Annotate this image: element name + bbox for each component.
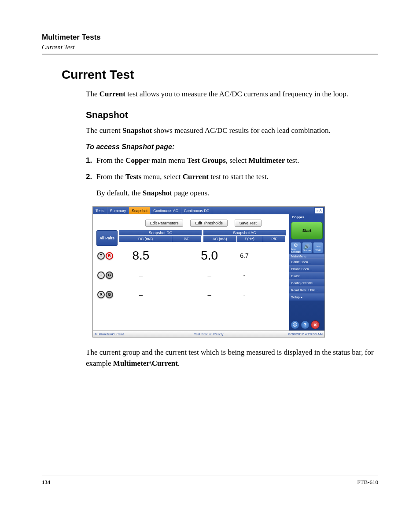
tab-continuous-ac[interactable]: Continuous AC	[151, 207, 181, 214]
access-heading: To access Snapshot page:	[86, 143, 378, 151]
f-hz-header: f (Hz)	[237, 236, 264, 242]
subsection-heading: Snapshot	[86, 110, 378, 120]
status-ready: Test Status: Ready	[171, 332, 247, 336]
side-icon-row: ⚙App. Settings 🔊Buzzer 〰TDR	[291, 242, 323, 253]
dc-value-tg: –	[118, 272, 164, 279]
help-icon: ?	[304, 323, 306, 327]
status-path: Multimeter\Current	[95, 332, 171, 336]
tab-continuous-dc[interactable]: Continuous DC	[181, 207, 213, 214]
ma-icon: mA	[315, 207, 324, 214]
app-settings-button[interactable]: ⚙App. Settings	[291, 242, 301, 253]
status-timestamp: 8/30/2012 4:28:03 AM	[247, 332, 323, 336]
table-header: All Pairs Snapshot DC DC (mA) P/F Snapsh…	[96, 230, 286, 246]
ac-value-tr: 5.0	[190, 249, 229, 263]
data-row-rg: R G – – -	[96, 285, 286, 304]
tab-tests[interactable]: Tests	[93, 207, 107, 214]
section-heading: Current Test	[62, 68, 378, 82]
menu-cable-book[interactable]: Cable Book...	[289, 258, 324, 265]
dc-ma-header: DC (mA)	[119, 236, 172, 242]
tab-bar: Tests Summary Snapshot Continuous AC Con…	[93, 207, 324, 214]
menu-config-profile[interactable]: Config / Profile...	[289, 279, 324, 286]
default-paragraph: By default, the Snapshot page opens.	[96, 188, 378, 199]
tdr-button[interactable]: 〰TDR	[313, 242, 323, 253]
close-icon: ✕	[313, 323, 317, 327]
tab-summary[interactable]: Summary	[107, 207, 129, 214]
f-value-tg: -	[229, 272, 260, 279]
help-button[interactable]: ?	[301, 320, 309, 329]
step-1: 1. From the Copper main menu Test Groups…	[86, 155, 378, 166]
ac-pf-header: P/F	[263, 236, 286, 242]
pair-tg-icon: T G	[96, 272, 118, 279]
chapter-title: Multimeter Tests	[42, 33, 378, 42]
pair-tr-icon: T R	[96, 252, 118, 260]
save-test-button[interactable]: Save Test	[235, 220, 262, 227]
menu-setup[interactable]: Setup ▸	[289, 294, 324, 301]
intro-paragraph: The Current test allows you to measure t…	[86, 89, 378, 100]
pair-rg-icon: R G	[96, 291, 118, 298]
menu-phone-book[interactable]: Phone Book...	[289, 265, 324, 272]
data-row-tg: T G – – -	[96, 265, 286, 285]
all-pairs-button[interactable]: All Pairs	[96, 230, 118, 246]
bottom-icon-row: ⓘ ? ✕	[291, 320, 323, 329]
dc-value-tr: 8.5	[118, 249, 164, 263]
main-menu-header: Main Menu	[289, 254, 324, 258]
snapshot-ac-header: Snapshot AC	[203, 230, 286, 236]
action-button-row: Edit Parameters Edit Thresholds Save Tes…	[121, 220, 286, 227]
status-bar: Multimeter\Current Test Status: Ready 8/…	[93, 330, 324, 337]
menu-read-result[interactable]: Read Result File...	[289, 286, 324, 294]
page-header: Multimeter Tests Current Test	[42, 33, 378, 55]
ac-ma-header: AC (mA)	[203, 236, 237, 242]
f-value-rg: -	[229, 291, 260, 298]
snapshot-intro: The current Snapshot shows measured AC/D…	[86, 125, 378, 136]
edit-thresholds-button[interactable]: Edit Thresholds	[190, 220, 227, 227]
speaker-icon: 🔊	[304, 244, 310, 249]
info-icon: ⓘ	[293, 322, 297, 328]
f-value-tr: 6.7	[229, 252, 260, 259]
gear-icon: ⚙	[294, 243, 298, 248]
content: Current Test The Current test allows you…	[62, 68, 378, 369]
snapshot-dc-header: Snapshot DC	[119, 230, 202, 236]
ac-value-rg: –	[190, 291, 229, 298]
info-button[interactable]: ⓘ	[291, 320, 299, 329]
wave-icon: 〰	[316, 244, 321, 249]
data-row-tr: T R 8.5 5.0 6.7	[96, 246, 286, 265]
device-screenshot: Tests Summary Snapshot Continuous AC Con…	[92, 206, 378, 338]
page-number: 134	[42, 479, 51, 486]
side-panel: Copper Start ⚙App. Settings 🔊Buzzer 〰TDR…	[289, 214, 324, 330]
tab-snapshot[interactable]: Snapshot	[129, 207, 151, 214]
page-footer: 134 FTB-610	[42, 476, 378, 486]
footer-rule	[42, 476, 378, 476]
side-title: Copper	[289, 214, 324, 220]
dc-value-rg: –	[118, 291, 164, 298]
steps-list: 1. From the Copper main menu Test Groups…	[86, 155, 378, 182]
ac-value-tg: –	[190, 272, 229, 279]
section-subtitle: Current Test	[42, 44, 378, 51]
closing-paragraph: The current group and the current test w…	[86, 347, 378, 369]
close-button[interactable]: ✕	[311, 320, 320, 329]
main-panel: Edit Parameters Edit Thresholds Save Tes…	[93, 214, 289, 330]
buzzer-button[interactable]: 🔊Buzzer	[302, 242, 312, 253]
start-button[interactable]: Start	[291, 222, 323, 239]
dc-pf-header: P/F	[172, 236, 202, 242]
step-2: 2. From the Tests menu, select Current t…	[86, 172, 378, 183]
header-rule	[42, 54, 378, 55]
edit-parameters-button[interactable]: Edit Parameters	[145, 220, 184, 227]
menu-dialer[interactable]: Dialer	[289, 272, 324, 279]
model-label: FTB-610	[357, 479, 378, 486]
